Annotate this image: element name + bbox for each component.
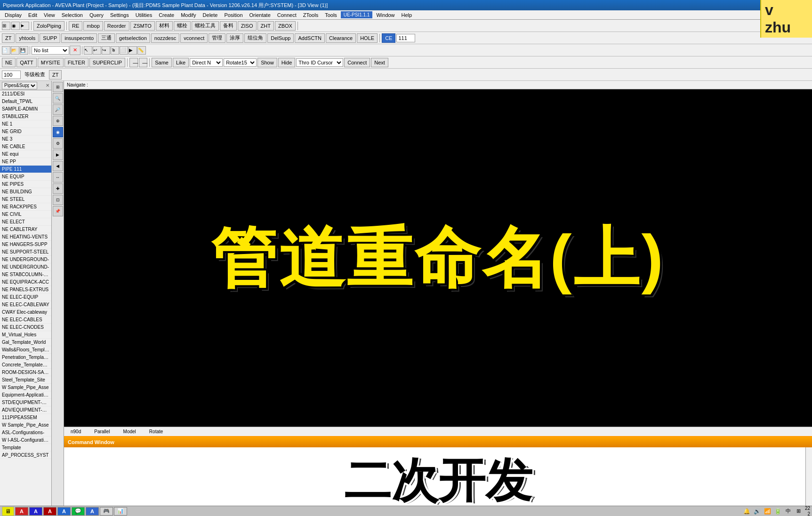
btn-ziso[interactable]: ZISO (238, 21, 257, 31)
list-item[interactable]: W Sample_Pipe_Asse (0, 384, 51, 391)
list-item[interactable]: NE 3 (0, 135, 51, 143)
list-item[interactable]: STABILIZER (0, 113, 51, 120)
btn-nozzdesc[interactable]: nozzdesc (151, 33, 179, 43)
ce-input[interactable] (396, 34, 415, 42)
btn-superclip[interactable]: SUPERCLIP (89, 58, 125, 67)
status-lang[interactable]: 中 (784, 507, 793, 516)
btn-santong[interactable]: 三通 (98, 33, 115, 43)
list-item[interactable]: NE HANGERS-SUPP (0, 241, 51, 248)
list-item[interactable]: NE ELEC-CABLES (0, 316, 51, 324)
list-item[interactable]: NE HEATING-VENTS (0, 233, 51, 241)
icon-dash2[interactable]: — (139, 58, 147, 67)
taskbar-btn-8[interactable]: 📊 (114, 507, 127, 516)
taskbar-btn-1[interactable]: 🖥 (2, 507, 14, 516)
list-item-selected[interactable]: PIPE 111 (0, 166, 51, 173)
list-item[interactable]: W Sample_Pipe_Asse (0, 421, 51, 429)
sidebar-category-select[interactable]: Pipes&Supports (2, 82, 37, 89)
btn-yhtools[interactable]: yhtools (16, 33, 39, 43)
icon-new[interactable]: 📄 (2, 46, 10, 55)
btn-clearance[interactable]: Clearance (326, 33, 356, 43)
direct-n-select[interactable]: Direct N (190, 58, 223, 67)
list-item[interactable]: NE EQUIP (0, 173, 51, 181)
list-item[interactable]: STD/EQUIPMENT-TEN (0, 399, 51, 406)
menu-orientate[interactable]: Orientate (247, 11, 273, 19)
btn-re[interactable]: RE (69, 21, 82, 31)
list-item[interactable]: ASL-Configurations- (0, 429, 51, 437)
btn-addsctn[interactable]: AddSCTN (295, 33, 325, 43)
btn-filter[interactable]: FILTER (64, 58, 88, 67)
btn-zuweijiao[interactable]: 组位角 (244, 33, 266, 43)
btn-ce[interactable]: CE (382, 33, 395, 43)
menu-edit[interactable]: Edit (25, 11, 40, 19)
thro-id-select[interactable]: Thro ID Cursor (296, 58, 343, 67)
menu-ue-psi[interactable]: UE-PSI1.1.1 (341, 11, 373, 18)
menu-create[interactable]: Create (156, 11, 177, 19)
btn-mbop[interactable]: mbop (83, 21, 103, 31)
btn-zbox[interactable]: ZBOX (275, 21, 296, 31)
vt-btn-6[interactable]: ⚙ (53, 138, 63, 149)
btn-bolt-tool[interactable]: 螺栓工具 (192, 21, 219, 31)
btn-like[interactable]: Like (173, 58, 189, 67)
btn-zt-5[interactable]: ZT (49, 70, 62, 79)
view-ctrl-n90d[interactable]: n90d (69, 428, 83, 435)
list-item[interactable]: M_Virtual_Holes (0, 331, 51, 339)
list-item[interactable]: NE BUILDING (0, 188, 51, 196)
btn-insuspecmto[interactable]: insuspecmto (61, 33, 97, 43)
list-item[interactable]: NE GRID (0, 128, 51, 135)
icon-select[interactable]: ↖ (84, 46, 92, 55)
taskbar-btn-wechat[interactable]: 💬 (72, 507, 85, 516)
vt-btn-2[interactable]: 🔍 (53, 93, 63, 103)
list-item[interactable]: Penetration_Template_ (0, 354, 51, 361)
icon-box[interactable]: ⬜ (120, 46, 128, 55)
status-icon-network[interactable]: 📶 (764, 507, 772, 516)
menu-view[interactable]: View (41, 11, 58, 19)
status-icon-battery[interactable]: 🔋 (774, 507, 782, 516)
vt-btn-5[interactable]: ◉ (53, 127, 63, 137)
btn-vconnect[interactable]: vconnect (180, 33, 208, 43)
taskbar-btn-3[interactable]: A (29, 507, 42, 516)
taskbar-btn-5[interactable]: A (57, 507, 71, 516)
list-item[interactable]: Default_TPWL (0, 98, 51, 105)
list-item[interactable]: NE PIPES (0, 181, 51, 188)
btn-next[interactable]: Next (371, 58, 388, 67)
menu-position[interactable]: Position (221, 11, 245, 19)
btn-getselection[interactable]: getselection (116, 33, 150, 43)
status-icon-sound[interactable]: 🔊 (753, 507, 762, 516)
list-item[interactable]: NE CIVIL (0, 211, 51, 218)
menu-delete[interactable]: Delete (200, 11, 221, 19)
taskbar-btn-2[interactable]: A (15, 507, 28, 516)
vt-btn-8[interactable]: ◀ (53, 161, 63, 171)
list-item[interactable]: NE PANELS-EXTRUS (0, 286, 51, 294)
vt-btn-7[interactable]: ▶ (53, 150, 63, 160)
btn-supp[interactable]: SUPP (40, 33, 60, 43)
list-item[interactable]: Template (0, 444, 51, 452)
toolbar-icon-1[interactable]: ⊞ (2, 22, 10, 30)
list-item[interactable]: NE UNDERGROUND- (0, 263, 51, 271)
list-item[interactable]: NE CABLETRAY (0, 226, 51, 233)
btn-zsmto[interactable]: ZSMTO (130, 21, 155, 31)
list-item[interactable]: CWAY Elec-cableway (0, 309, 51, 316)
btn-show[interactable]: Show (257, 58, 277, 67)
taskbar-btn-4[interactable]: A (43, 507, 56, 516)
btn-material[interactable]: 材料 (156, 21, 173, 31)
menu-utilities[interactable]: Utilities (133, 11, 155, 19)
btn-spare[interactable]: 备料 (220, 21, 237, 31)
taskbar-btn-7[interactable]: 🎮 (100, 507, 113, 516)
view-ctrl-parallel[interactable]: Parallel (92, 428, 112, 435)
btn-same[interactable]: Same (152, 58, 172, 67)
btn-delsupp[interactable]: DelSupp (267, 33, 294, 43)
view-ctrl-rotate[interactable]: Rotate (147, 428, 165, 435)
list-item[interactable]: Equipment-Application- (0, 391, 51, 399)
menu-help[interactable]: Help (399, 11, 415, 19)
icon-dash1[interactable]: — (129, 58, 138, 67)
menu-settings[interactable]: Settings (107, 11, 132, 19)
sidebar-close-btn[interactable]: ✕ (46, 83, 49, 88)
vt-btn-11[interactable]: ⊡ (53, 195, 63, 205)
icon-save[interactable]: 💾 (20, 46, 28, 55)
icon-cursor[interactable]: 🖱 (111, 46, 119, 55)
menu-tools[interactable]: Tools (322, 11, 340, 19)
list-item[interactable]: NE equi (0, 151, 51, 158)
list-item[interactable]: Gal_Template_World (0, 339, 51, 346)
list-item[interactable]: NE UNDERGROUND- (0, 256, 51, 263)
status-icon-bell[interactable]: 🔔 (743, 507, 751, 516)
